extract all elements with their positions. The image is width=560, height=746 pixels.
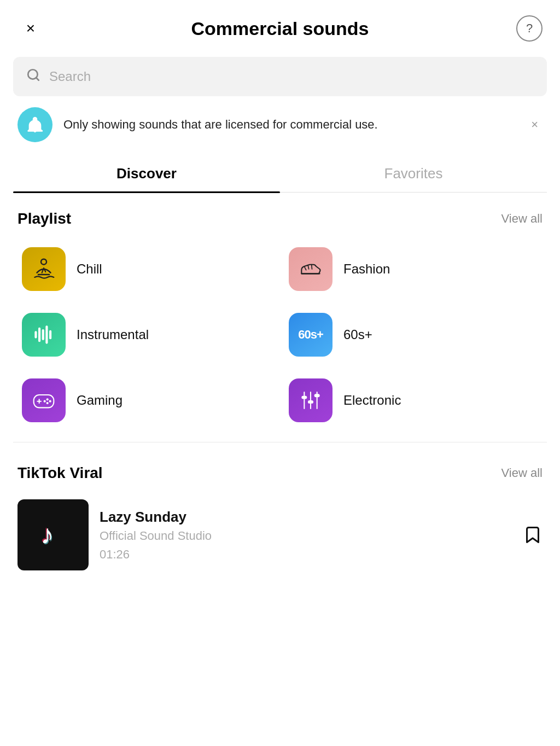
svg-point-2 [41,259,46,265]
viral-track-duration: 01:26 [100,547,512,562]
chill-icon [22,247,66,291]
playlist-grid: Chill Fashion In [0,236,560,433]
playlist-view-all[interactable]: View all [501,212,542,226]
playlist-item-electronic[interactable]: Electronic [280,368,547,433]
svg-rect-5 [42,329,44,340]
viral-track-title: Lazy Sunday [100,509,512,526]
svg-rect-18 [301,396,307,399]
header: × Commercial sounds ? [0,0,560,53]
notice-text: Only showing sounds that are licensed fo… [63,116,516,133]
search-input[interactable]: Search [49,69,534,84]
close-button[interactable]: × [18,15,44,42]
viral-track-info: Lazy Sunday Official Sound Studio 01:26 [100,509,512,562]
svg-rect-6 [45,325,48,343]
60s-icon: 60s+ [289,313,332,357]
electronic-label: Electronic [343,393,401,408]
tiktok-viral-section-header: TikTok Viral View all [0,451,560,491]
svg-rect-4 [38,328,40,342]
svg-rect-7 [49,330,51,340]
electronic-icon [289,378,332,422]
tiktok-viral-title: TikTok Viral [18,464,103,482]
svg-rect-19 [308,400,313,404]
notice-close-button[interactable]: × [527,113,542,136]
notice-icon [18,107,52,142]
gaming-icon [22,378,66,422]
60s-label: 60s+ [343,327,372,342]
page-title: Commercial sounds [44,18,516,39]
gaming-label: Gaming [77,393,122,408]
viral-track-thumbnail: ♪ ♪ ♪ ♪ [18,499,89,570]
playlist-section-title: Playlist [18,210,71,228]
svg-point-13 [46,402,49,404]
playlist-section-header: Playlist View all [0,197,560,236]
svg-point-12 [49,400,51,403]
svg-line-1 [36,78,39,80]
instrumental-label: Instrumental [77,327,149,342]
tiktok-viral-view-all[interactable]: View all [501,466,542,480]
playlist-item-instrumental[interactable]: Instrumental [13,302,280,368]
svg-rect-3 [34,331,37,338]
svg-rect-20 [314,394,320,397]
search-bar[interactable]: Search [13,57,547,96]
playlist-item-gaming[interactable]: Gaming [13,368,280,433]
svg-point-11 [46,398,49,400]
instrumental-icon [22,313,66,357]
viral-track-item[interactable]: ♪ ♪ ♪ ♪ Lazy Sunday Official Sound Studi… [0,491,560,579]
tab-favorites[interactable]: Favorites [280,155,547,192]
search-icon [26,68,40,85]
tabs: Discover Favorites [13,155,547,193]
fashion-icon [289,247,332,291]
playlist-item-60s[interactable]: 60s+ 60s+ [280,302,547,368]
section-divider [13,442,547,442]
playlist-item-chill[interactable]: Chill [13,236,280,302]
svg-point-14 [44,400,46,403]
chill-label: Chill [77,261,102,277]
tab-discover[interactable]: Discover [13,155,280,192]
notice-banner: Only showing sounds that are licensed fo… [13,107,547,142]
fashion-label: Fashion [343,261,390,277]
playlist-item-fashion[interactable]: Fashion [280,236,547,302]
svg-text:♪: ♪ [40,520,54,549]
60s-text: 60s+ [298,328,323,342]
help-button[interactable]: ? [516,15,542,42]
viral-track-artist: Official Sound Studio [100,529,512,543]
bookmark-button[interactable] [523,525,542,545]
